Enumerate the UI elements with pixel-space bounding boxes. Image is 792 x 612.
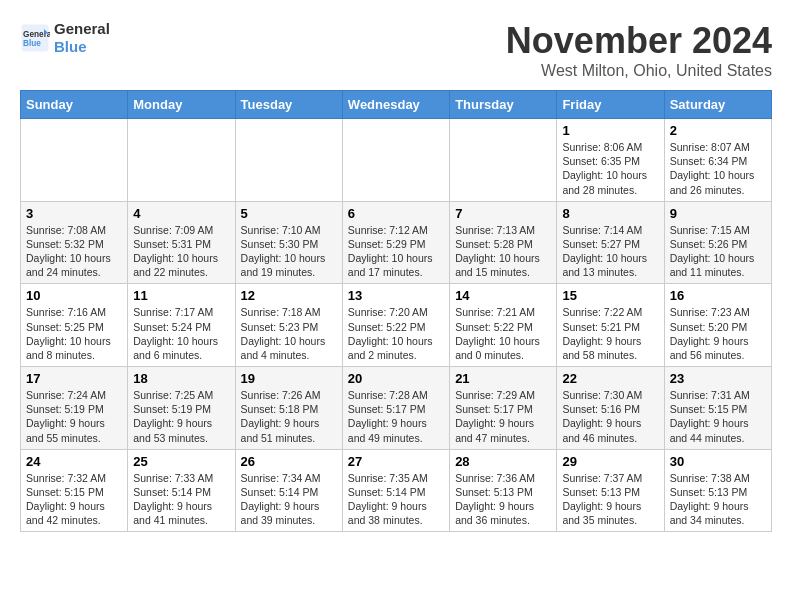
day-cell: 14Sunrise: 7:21 AMSunset: 5:22 PMDayligh… <box>450 284 557 367</box>
day-info: Sunrise: 7:10 AMSunset: 5:30 PMDaylight:… <box>241 223 337 280</box>
week-row-2: 3Sunrise: 7:08 AMSunset: 5:32 PMDaylight… <box>21 201 772 284</box>
day-cell: 15Sunrise: 7:22 AMSunset: 5:21 PMDayligh… <box>557 284 664 367</box>
day-cell: 5Sunrise: 7:10 AMSunset: 5:30 PMDaylight… <box>235 201 342 284</box>
day-number: 25 <box>133 454 229 469</box>
day-info: Sunrise: 7:08 AMSunset: 5:32 PMDaylight:… <box>26 223 122 280</box>
title-block: November 2024 West Milton, Ohio, United … <box>506 20 772 80</box>
day-number: 10 <box>26 288 122 303</box>
day-cell <box>128 119 235 202</box>
day-info: Sunrise: 7:30 AMSunset: 5:16 PMDaylight:… <box>562 388 658 445</box>
day-cell: 6Sunrise: 7:12 AMSunset: 5:29 PMDaylight… <box>342 201 449 284</box>
day-info: Sunrise: 7:31 AMSunset: 5:15 PMDaylight:… <box>670 388 766 445</box>
day-number: 22 <box>562 371 658 386</box>
day-info: Sunrise: 7:12 AMSunset: 5:29 PMDaylight:… <box>348 223 444 280</box>
day-info: Sunrise: 7:35 AMSunset: 5:14 PMDaylight:… <box>348 471 444 528</box>
day-number: 16 <box>670 288 766 303</box>
weekday-header-sunday: Sunday <box>21 91 128 119</box>
day-cell: 30Sunrise: 7:38 AMSunset: 5:13 PMDayligh… <box>664 449 771 532</box>
day-info: Sunrise: 7:33 AMSunset: 5:14 PMDaylight:… <box>133 471 229 528</box>
weekday-header-row: SundayMondayTuesdayWednesdayThursdayFrid… <box>21 91 772 119</box>
day-info: Sunrise: 7:24 AMSunset: 5:19 PMDaylight:… <box>26 388 122 445</box>
day-number: 30 <box>670 454 766 469</box>
day-number: 20 <box>348 371 444 386</box>
day-number: 15 <box>562 288 658 303</box>
week-row-5: 24Sunrise: 7:32 AMSunset: 5:15 PMDayligh… <box>21 449 772 532</box>
day-number: 29 <box>562 454 658 469</box>
weekday-header-saturday: Saturday <box>664 91 771 119</box>
day-cell: 8Sunrise: 7:14 AMSunset: 5:27 PMDaylight… <box>557 201 664 284</box>
day-cell: 9Sunrise: 7:15 AMSunset: 5:26 PMDaylight… <box>664 201 771 284</box>
day-cell <box>235 119 342 202</box>
day-number: 6 <box>348 206 444 221</box>
day-number: 13 <box>348 288 444 303</box>
day-number: 26 <box>241 454 337 469</box>
day-info: Sunrise: 7:38 AMSunset: 5:13 PMDaylight:… <box>670 471 766 528</box>
day-number: 9 <box>670 206 766 221</box>
day-cell: 24Sunrise: 7:32 AMSunset: 5:15 PMDayligh… <box>21 449 128 532</box>
day-info: Sunrise: 7:29 AMSunset: 5:17 PMDaylight:… <box>455 388 551 445</box>
weekday-header-tuesday: Tuesday <box>235 91 342 119</box>
day-cell <box>21 119 128 202</box>
day-info: Sunrise: 7:37 AMSunset: 5:13 PMDaylight:… <box>562 471 658 528</box>
day-cell: 4Sunrise: 7:09 AMSunset: 5:31 PMDaylight… <box>128 201 235 284</box>
day-info: Sunrise: 7:16 AMSunset: 5:25 PMDaylight:… <box>26 305 122 362</box>
day-cell: 29Sunrise: 7:37 AMSunset: 5:13 PMDayligh… <box>557 449 664 532</box>
day-info: Sunrise: 7:23 AMSunset: 5:20 PMDaylight:… <box>670 305 766 362</box>
day-info: Sunrise: 7:13 AMSunset: 5:28 PMDaylight:… <box>455 223 551 280</box>
weekday-header-thursday: Thursday <box>450 91 557 119</box>
day-cell: 16Sunrise: 7:23 AMSunset: 5:20 PMDayligh… <box>664 284 771 367</box>
day-number: 14 <box>455 288 551 303</box>
day-cell: 12Sunrise: 7:18 AMSunset: 5:23 PMDayligh… <box>235 284 342 367</box>
day-cell <box>450 119 557 202</box>
day-number: 21 <box>455 371 551 386</box>
day-cell: 3Sunrise: 7:08 AMSunset: 5:32 PMDaylight… <box>21 201 128 284</box>
weekday-header-wednesday: Wednesday <box>342 91 449 119</box>
day-info: Sunrise: 7:36 AMSunset: 5:13 PMDaylight:… <box>455 471 551 528</box>
day-cell: 13Sunrise: 7:20 AMSunset: 5:22 PMDayligh… <box>342 284 449 367</box>
logo-general: General <box>54 20 110 37</box>
day-number: 2 <box>670 123 766 138</box>
svg-text:General: General <box>23 30 50 39</box>
day-cell: 20Sunrise: 7:28 AMSunset: 5:17 PMDayligh… <box>342 367 449 450</box>
day-info: Sunrise: 7:20 AMSunset: 5:22 PMDaylight:… <box>348 305 444 362</box>
page-header: General Blue General Blue November 2024 … <box>20 20 772 80</box>
day-number: 18 <box>133 371 229 386</box>
day-number: 17 <box>26 371 122 386</box>
month-title: November 2024 <box>506 20 772 62</box>
weekday-header-monday: Monday <box>128 91 235 119</box>
day-cell: 28Sunrise: 7:36 AMSunset: 5:13 PMDayligh… <box>450 449 557 532</box>
day-info: Sunrise: 7:14 AMSunset: 5:27 PMDaylight:… <box>562 223 658 280</box>
calendar-table: SundayMondayTuesdayWednesdayThursdayFrid… <box>20 90 772 532</box>
day-number: 11 <box>133 288 229 303</box>
day-cell: 27Sunrise: 7:35 AMSunset: 5:14 PMDayligh… <box>342 449 449 532</box>
day-cell: 11Sunrise: 7:17 AMSunset: 5:24 PMDayligh… <box>128 284 235 367</box>
day-info: Sunrise: 7:25 AMSunset: 5:19 PMDaylight:… <box>133 388 229 445</box>
day-number: 5 <box>241 206 337 221</box>
logo-icon: General Blue <box>20 23 50 53</box>
day-info: Sunrise: 7:28 AMSunset: 5:17 PMDaylight:… <box>348 388 444 445</box>
day-number: 7 <box>455 206 551 221</box>
day-cell: 19Sunrise: 7:26 AMSunset: 5:18 PMDayligh… <box>235 367 342 450</box>
location: West Milton, Ohio, United States <box>506 62 772 80</box>
day-cell: 22Sunrise: 7:30 AMSunset: 5:16 PMDayligh… <box>557 367 664 450</box>
day-number: 19 <box>241 371 337 386</box>
day-cell: 18Sunrise: 7:25 AMSunset: 5:19 PMDayligh… <box>128 367 235 450</box>
day-number: 3 <box>26 206 122 221</box>
day-cell: 23Sunrise: 7:31 AMSunset: 5:15 PMDayligh… <box>664 367 771 450</box>
weekday-header-friday: Friday <box>557 91 664 119</box>
week-row-3: 10Sunrise: 7:16 AMSunset: 5:25 PMDayligh… <box>21 284 772 367</box>
day-cell: 2Sunrise: 8:07 AMSunset: 6:34 PMDaylight… <box>664 119 771 202</box>
day-number: 28 <box>455 454 551 469</box>
day-info: Sunrise: 7:32 AMSunset: 5:15 PMDaylight:… <box>26 471 122 528</box>
day-number: 27 <box>348 454 444 469</box>
day-cell: 10Sunrise: 7:16 AMSunset: 5:25 PMDayligh… <box>21 284 128 367</box>
day-info: Sunrise: 7:34 AMSunset: 5:14 PMDaylight:… <box>241 471 337 528</box>
svg-text:Blue: Blue <box>23 39 41 48</box>
day-number: 23 <box>670 371 766 386</box>
day-cell: 26Sunrise: 7:34 AMSunset: 5:14 PMDayligh… <box>235 449 342 532</box>
day-cell <box>342 119 449 202</box>
day-cell: 25Sunrise: 7:33 AMSunset: 5:14 PMDayligh… <box>128 449 235 532</box>
day-info: Sunrise: 7:09 AMSunset: 5:31 PMDaylight:… <box>133 223 229 280</box>
day-cell: 1Sunrise: 8:06 AMSunset: 6:35 PMDaylight… <box>557 119 664 202</box>
logo-blue: Blue <box>54 38 87 55</box>
